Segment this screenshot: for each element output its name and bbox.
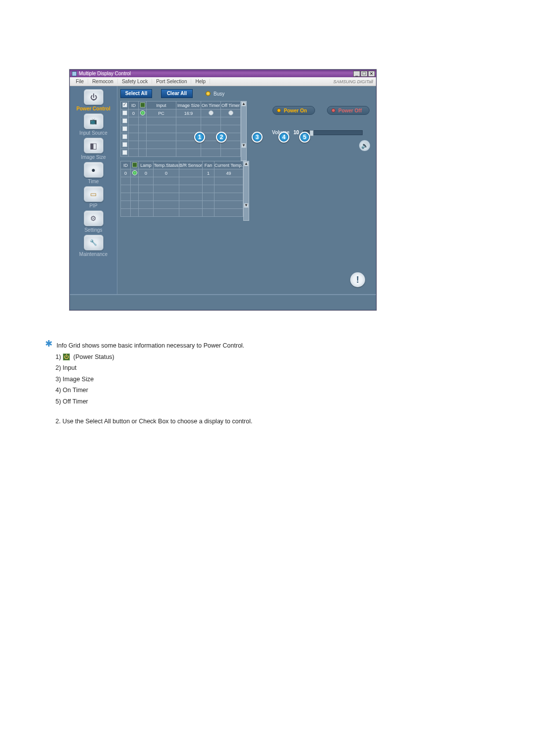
power-on-label: Power On [284,108,307,113]
sidebar-item-maintenance[interactable]: Maintenance [73,235,114,257]
window-controls: _ ☐ ✕ [353,71,375,77]
scroll-up-button[interactable]: ▲ [241,101,246,106]
sidebar: Power Control Input Source Image Size Ti… [70,86,117,294]
menu-file[interactable]: File [72,79,88,84]
row-checkbox[interactable] [122,150,127,155]
busy-dot-icon [206,91,211,96]
power-status-icon [140,110,145,115]
table-row[interactable] [121,185,243,193]
table-row[interactable] [121,193,243,201]
sidebar-item-power-control[interactable]: Power Control [73,89,114,111]
table-row[interactable] [121,177,243,185]
sidebar-item-label: Input Source [73,130,114,136]
scrollbar[interactable]: ▲ ▼ [241,101,247,161]
callout-3: 3 [252,132,263,143]
cell-id: 0 [129,109,139,117]
callout-4: 4 [278,132,289,143]
maintenance-icon [84,235,104,251]
image-size-icon [84,138,104,153]
power-off-button[interactable]: Power Off [327,106,370,115]
statusbar [70,294,376,310]
col-on-timer: On Timer [201,101,221,109]
window-title: Multiple Display Control [79,71,131,76]
scrollbar[interactable]: ▲ ▼ [243,161,249,221]
col-off-timer: Off Timer [221,101,241,109]
sidebar-item-time[interactable]: Time [73,162,114,184]
busy-indicator: Busy [206,91,224,97]
sidebar-item-pip[interactable]: PIP [73,186,114,208]
scroll-down-button[interactable]: ▼ [244,203,249,208]
on-timer-indicator [209,110,214,115]
col-current-temp: Current Temp. [214,161,243,169]
row-checkbox[interactable] [122,126,127,131]
power-on-dot-icon [277,108,281,112]
row-checkbox[interactable] [122,142,127,147]
control-panel: Power On Power Off Volume 10 [266,86,376,294]
table-row[interactable] [121,201,243,209]
power-off-label: Power Off [338,108,362,113]
app-icon [72,71,77,76]
table-row[interactable] [121,117,241,125]
table-row[interactable] [121,209,243,217]
pip-icon [84,186,104,202]
close-button[interactable]: ✕ [368,71,375,77]
table-row[interactable] [121,149,241,157]
power-status-header-icon [140,102,145,107]
volume-slider[interactable] [303,130,363,135]
header-checkbox[interactable] [122,102,127,107]
row-checkbox[interactable] [122,134,127,139]
sidebar-item-settings[interactable]: Settings [73,210,114,233]
col-br-sensor: B/R Sensor [179,161,203,169]
menu-port-selection[interactable]: Port Selection [152,79,191,84]
table-row[interactable]: 0 PC 16:9 [121,109,241,117]
menu-remocon[interactable]: Remocon [88,79,118,84]
sidebar-item-label: Time [73,179,114,184]
sidebar-item-label: Image Size [73,154,114,160]
col-id: ID [121,161,131,169]
description-intro: Info Grid shows some basic information n… [56,340,244,352]
list-3: 3) Image Size [55,374,490,385]
power-status-header-icon [132,162,137,167]
cell-id: 0 [121,169,131,177]
minimize-button[interactable]: _ [353,71,360,77]
app-window: Multiple Display Control _ ☐ ✕ File Remo… [69,69,376,310]
busy-label: Busy [214,91,224,97]
maximize-button[interactable]: ☐ [361,71,368,77]
row-checkbox[interactable] [122,110,127,115]
brand-label: SAMSUNG DIGITall [333,79,376,84]
menu-safety-lock[interactable]: Safety Lock [118,79,152,84]
power-on-button[interactable]: Power On [272,106,315,115]
callout-2: 2 [216,132,227,143]
col-id: ID [129,101,139,109]
callout-numbers: 1 2 3 4 5 [194,132,310,143]
power-icon [84,89,104,105]
speaker-icon: 🔊 [361,142,369,149]
scroll-up-button[interactable]: ▲ [244,161,249,166]
menu-help[interactable]: Help [191,79,210,84]
info-grid-bottom: ID Lamp Temp.Status B/R Sensor Fan Curre… [120,161,243,217]
grids-area: Select All Clear All Busy ID [117,86,266,294]
list-1-text: (Power Status) [73,353,114,360]
description-block: ✱ Info Grid shows some basic information… [45,340,490,427]
grid-toolbar: Select All Clear All Busy [120,89,266,98]
clear-all-button[interactable]: Clear All [161,89,193,98]
sidebar-item-image-size[interactable]: Image Size [73,138,114,160]
sidebar-item-label: Settings [73,227,114,233]
alert-icon: ! [350,272,365,287]
cell-fan: 1 [203,169,214,177]
callout-1: 1 [194,132,205,143]
col-lamp: Lamp [139,161,154,169]
select-all-button[interactable]: Select All [120,89,152,98]
power-status-icon [132,170,137,175]
row-checkbox[interactable] [122,118,127,123]
table-row[interactable]: 0 0 0 1 49 [121,169,243,177]
power-off-dot-icon [331,108,335,112]
speaker-button[interactable]: 🔊 [359,140,370,151]
app-body: Power Control Input Source Image Size Ti… [70,86,376,294]
menubar: File Remocon Safety Lock Port Selection … [70,77,376,86]
sidebar-item-input-source[interactable]: Input Source [73,113,114,136]
col-temp-status: Temp.Status [154,161,179,169]
cell-input: PC [147,109,176,117]
scroll-down-button[interactable]: ▼ [241,143,246,148]
time-icon [84,162,104,178]
